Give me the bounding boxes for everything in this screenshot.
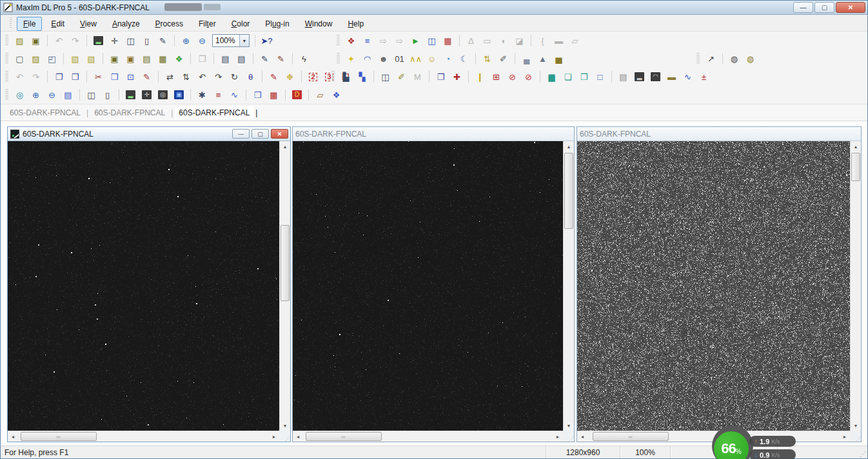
scroll-right-icon[interactable]: ► (840, 431, 850, 442)
crop-window-button[interactable]: ⊡ (123, 70, 138, 84)
edit-wand-button[interactable]: ✐ (496, 52, 511, 66)
save-as-button[interactable]: ▣ (123, 52, 138, 66)
color-adjust-button[interactable]: ❉ (282, 70, 297, 84)
status-smiley-button[interactable]: ☺ (424, 52, 439, 66)
convert-files-button[interactable]: ❖ (172, 52, 186, 66)
line-profile-button[interactable]: ▙ (339, 70, 353, 84)
area-statistics-button[interactable]: ▚ (355, 70, 370, 84)
vertical-scroll-thumb[interactable] (851, 153, 860, 181)
annotate-page-button[interactable]: ✎ (257, 52, 272, 66)
toolbar-grip[interactable] (337, 53, 340, 64)
close-button[interactable]: ✕ (836, 2, 865, 13)
observatory-notes-button[interactable]: ◍ (743, 52, 758, 66)
menu-filter[interactable]: Filter (192, 17, 222, 31)
horizon-sunset-button[interactable]: ▅ (551, 52, 566, 66)
vertical-scrollbar[interactable]: ▲ ▼ (279, 141, 290, 431)
save-button[interactable]: ▣ (28, 34, 43, 48)
net-speed-overlay[interactable]: 66 % ↑ 1.9 K/s ↓ 0.9 K/s (708, 425, 824, 459)
horizontal-scrollbar[interactable]: ◄ ► (8, 431, 279, 442)
scroll-up-icon[interactable]: ▲ (280, 141, 290, 151)
menu-grip[interactable] (10, 17, 12, 29)
horizontal-scroll-thumb[interactable] (306, 432, 382, 441)
open-image-button[interactable]: ▨ (28, 52, 43, 66)
night-mode-button[interactable]: D (290, 88, 304, 103)
scroll-left-icon[interactable]: ◄ (293, 431, 303, 442)
magnify-dark-button[interactable]: ◎ (155, 88, 170, 103)
scroll-left-icon[interactable]: ◄ (8, 431, 18, 442)
tile-windows-button[interactable]: ❖ (329, 88, 344, 103)
split-color-button[interactable]: ◫ (424, 34, 439, 48)
rotate-180-button[interactable]: ↻ (227, 70, 242, 84)
resize-grip[interactable]: ⋰ (279, 431, 290, 442)
toolbar-grip[interactable] (5, 35, 8, 46)
priority-flags-button[interactable]: ∧∧ (408, 52, 423, 66)
batch-save-button[interactable]: ▦ (155, 52, 170, 66)
image-window-2-titlebar[interactable]: 60S-DARK-FPNCAL (293, 127, 574, 141)
horizontal-scrollbar[interactable]: ◄ ► (293, 431, 563, 442)
horizon-flat-button[interactable]: ▄ (519, 52, 534, 66)
menu-analyze[interactable]: Analyze (106, 17, 146, 31)
stack-images-button[interactable]: ❒ (250, 88, 265, 103)
horizontal-scroll-thumb[interactable] (21, 432, 97, 441)
align-planes-button[interactable]: ► (408, 34, 423, 48)
title-bar[interactable]: MaxIm DL Pro 5 - 60S-DARK-FPNCAL — ▢ ✕ (1, 1, 867, 15)
add-subtract-button[interactable]: ± (696, 70, 711, 84)
file-list-button[interactable]: ▤ (61, 88, 75, 103)
child-minimize-button[interactable]: — (232, 129, 250, 139)
stretch-dark-button[interactable]: ▂ (123, 88, 138, 103)
gradient-tool-button[interactable]: ▤ (616, 70, 631, 84)
magnify-window-button[interactable]: ◎ (12, 88, 27, 103)
menu-color[interactable]: Color (225, 17, 257, 31)
crosshair-window-button[interactable]: ✛ (107, 34, 122, 48)
image-canvas-3[interactable] (577, 141, 850, 431)
annotate-button[interactable]: ✎ (139, 70, 154, 84)
toolbar-grip[interactable] (331, 71, 335, 83)
minimize-button[interactable]: — (793, 2, 813, 13)
fft-bars-button[interactable]: ▆ (544, 70, 559, 84)
print-preview-button[interactable]: ▤ (218, 52, 233, 66)
night-vision-button[interactable]: ☻ (376, 52, 391, 66)
open-folder-button[interactable]: ▧ (68, 52, 83, 66)
zoom-in-view-button[interactable]: ⊕ (28, 88, 43, 103)
child-close-button[interactable]: ✕ (271, 129, 288, 139)
color-sampler-button[interactable]: ▬ (664, 70, 679, 84)
resize-grip[interactable]: ⋰ (850, 431, 861, 442)
scroll-down-icon[interactable]: ▼ (280, 420, 290, 431)
rotate-left-button[interactable]: ↶ (195, 70, 210, 84)
image-library-button[interactable]: ≡ (211, 88, 226, 103)
maximize-button[interactable]: ▢ (814, 2, 834, 13)
menu-edit[interactable]: Edit (44, 17, 71, 31)
copy-button[interactable]: ❐ (52, 70, 66, 84)
mouse-options-button[interactable]: ▯ (100, 88, 115, 103)
copy-data-button[interactable]: ❐ (433, 70, 448, 84)
telescope-pointer-button[interactable]: ↗ (704, 52, 718, 66)
moon-phase-button[interactable]: ☾ (457, 52, 471, 66)
histogram-stretch-button[interactable]: ▂ (632, 70, 647, 84)
disable-filter-button[interactable]: ⊘ (521, 70, 536, 84)
menu-window[interactable]: Window (299, 17, 339, 31)
curves-tool-button[interactable]: ◠ (648, 70, 663, 84)
new-document-button[interactable]: ▢ (12, 52, 27, 66)
image-window-1-titlebar[interactable]: 60S-DARK-FPNCAL — ▢ ✕ (8, 127, 290, 141)
scroll-down-icon[interactable]: ▼ (851, 420, 861, 431)
vertical-scroll-thumb[interactable] (564, 153, 573, 229)
save-all-button[interactable]: ▤ (139, 52, 154, 66)
color-bars-button[interactable]: ≡ (360, 34, 375, 48)
pan-window-button[interactable]: ▣ (172, 88, 186, 103)
measure-tool-button[interactable]: ✐ (394, 70, 409, 84)
pixel-brush-button[interactable]: ❙ (473, 70, 488, 84)
panel-toggle-view-button[interactable]: ◫ (84, 88, 99, 103)
resize-grip[interactable]: ⋰ (563, 431, 574, 442)
nova-alert-button[interactable]: ✦ (344, 52, 359, 66)
vertical-scrollbar[interactable]: ▲ ▼ (850, 141, 861, 431)
horizon-sunrise-button[interactable]: ▲ (535, 52, 550, 66)
window-resize-grip[interactable]: ⋰ (860, 451, 866, 458)
menu-view[interactable]: View (74, 17, 103, 31)
open-file-button[interactable]: ▨ (12, 34, 27, 48)
observatory-button[interactable]: ◍ (727, 52, 742, 66)
bad-pixel-map-button[interactable]: ⊞ (489, 70, 504, 84)
kernel-layers-2-button[interactable]: ❐ (577, 70, 591, 84)
child-restore-button[interactable]: ▢ (252, 129, 269, 139)
frame-sequence-button[interactable]: 01 (392, 52, 407, 66)
run-script-button[interactable]: ϟ (297, 52, 311, 66)
